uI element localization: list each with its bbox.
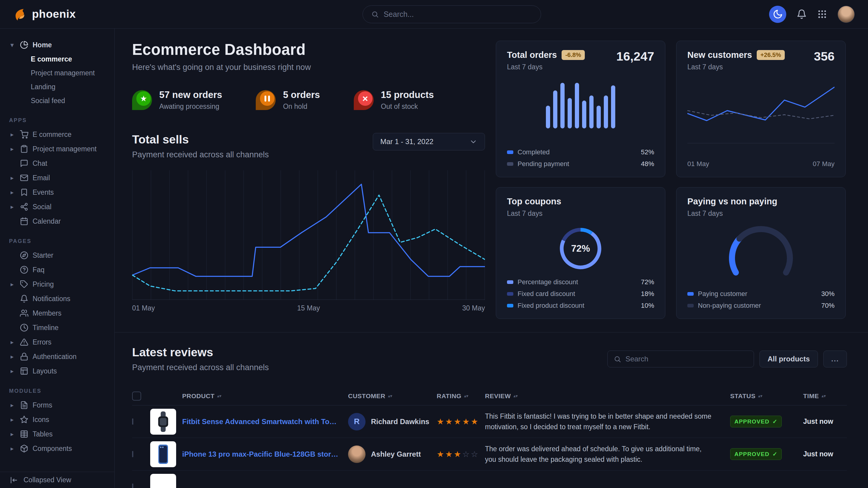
sort-icon: ▴▾	[822, 394, 826, 398]
sidebar-item-social[interactable]: ▸Social	[6, 199, 108, 214]
sidebar-section-label-pages: PAGES	[9, 238, 108, 245]
page-subtitle: Here's what's going on at your business …	[132, 63, 485, 72]
sidebar-item-tables[interactable]: ▸Tables	[6, 427, 108, 441]
column-status[interactable]: STATUS▴▾	[730, 392, 803, 400]
all-products-button[interactable]: All products	[760, 351, 818, 367]
total-orders-value: 16,247	[617, 50, 654, 64]
sidebar-item-project-management[interactable]: Project management	[6, 66, 108, 80]
row-checkbox[interactable]	[132, 418, 133, 425]
chevron-right-icon: ▸	[8, 367, 16, 375]
sidebar-item-e-commerce[interactable]: E commerce	[6, 52, 108, 66]
chevron-right-icon: ▸	[8, 401, 16, 409]
x-label: 15 May	[297, 304, 320, 312]
page-title: Ecommerce Dashboard	[132, 41, 485, 59]
chevron-down-icon	[469, 138, 477, 146]
date-range-select[interactable]: Mar 1 - 31, 2022	[373, 133, 485, 151]
star-filled-icon: ★	[437, 417, 445, 426]
reviews-table-body: Fitbit Sense Advanced Smartwatch with To…	[132, 405, 847, 488]
sidebar-item-starter[interactable]: Starter	[6, 248, 108, 263]
sidebar-section-label-apps: APPS	[9, 117, 108, 124]
stat-value: 15 products	[381, 90, 434, 100]
chevron-right-icon: ▸	[8, 189, 16, 196]
product-link[interactable]: iPhone 13 pro max-Pacific Blue-128GB sto…	[182, 450, 348, 458]
sidebar-item-components[interactable]: ▸Components	[6, 441, 108, 456]
warning-icon	[20, 338, 28, 346]
column-customer[interactable]: CUSTOMER▴▾	[348, 392, 437, 400]
brand[interactable]: phoenix	[13, 7, 76, 21]
clock-icon	[20, 323, 28, 332]
review-time: Just now	[803, 418, 846, 426]
total-orders-legend: Completed 52% Pending payment 48%	[507, 148, 654, 168]
card-period: Last 7 days	[687, 63, 835, 71]
top-navbar: phoenix	[0, 0, 868, 29]
column-review[interactable]: REVIEW▴▾	[485, 392, 730, 400]
legend-value: 72%	[641, 278, 654, 286]
sidebar-item-label: Layouts	[33, 367, 57, 375]
apps-menu-button[interactable]	[817, 9, 827, 19]
row-checkbox[interactable]	[132, 451, 133, 457]
sidebar-item-social-feed[interactable]: Social feed	[6, 94, 108, 108]
column-rating[interactable]: RATING▴▾	[437, 392, 485, 400]
sidebar-item-project-management[interactable]: ▸Project management	[6, 142, 108, 156]
sidebar-item-label: Timeline	[33, 324, 59, 332]
x-label: 30 May	[462, 304, 485, 312]
column-time[interactable]: TIME▴▾	[803, 392, 846, 400]
sidebar: ▾HomeE commerceProject managementLanding…	[0, 29, 115, 488]
sidebar-item-events[interactable]: ▸Events	[6, 185, 108, 199]
sidebar-item-e-commerce[interactable]: ▸E commerce	[6, 127, 108, 142]
card-period: Last 7 days	[687, 209, 835, 218]
reviews-search-input[interactable]	[625, 355, 748, 363]
notifications-button[interactable]	[797, 9, 807, 19]
sidebar-item-notifications[interactable]: Notifications	[6, 291, 108, 306]
legend-item-paying-customer: Paying customer 30%	[687, 290, 835, 298]
legend-label: Fixed product discount	[518, 302, 584, 310]
sidebar-item-calendar[interactable]: Calendar	[6, 214, 108, 228]
legend-swatch	[687, 292, 694, 296]
sidebar-item-home[interactable]: ▾Home	[6, 38, 108, 52]
user-avatar[interactable]	[838, 6, 855, 23]
sidebar-item-authentication[interactable]: ▸Authentication	[6, 349, 108, 364]
sidebar-item-chat[interactable]: Chat	[6, 156, 108, 171]
check-icon: ✓	[772, 451, 777, 458]
sidebar-item-icons[interactable]: ▸Icons	[6, 412, 108, 427]
card-period: Last 7 days	[507, 63, 654, 71]
search-input[interactable]	[384, 10, 532, 19]
legend-label: Completed	[518, 148, 550, 156]
theme-toggle-button[interactable]	[769, 6, 786, 23]
sidebar-item-pricing[interactable]: ▸Pricing	[6, 277, 108, 291]
search-icon	[371, 10, 379, 19]
sidebar-item-timeline[interactable]: Timeline	[6, 320, 108, 335]
sidebar-item-errors[interactable]: ▸Errors	[6, 335, 108, 349]
sidebar-item-label: Icons	[33, 416, 49, 424]
stat-label: Out of stock	[381, 102, 434, 110]
sidebar-item-layouts[interactable]: ▸Layouts	[6, 364, 108, 378]
table-icon	[20, 430, 28, 438]
star-empty-icon: ☆	[471, 450, 479, 459]
x-label: 07 May	[813, 160, 835, 168]
reviews-search[interactable]	[608, 351, 754, 367]
product-link[interactable]: Fitbit Sense Advanced Smartwatch with To…	[182, 418, 348, 426]
sidebar-item-members[interactable]: Members	[6, 306, 108, 320]
sidebar-item-email[interactable]: ▸Email	[6, 171, 108, 185]
phoenix-logo-icon	[13, 7, 27, 21]
sidebar-item-faq[interactable]: Faq	[6, 263, 108, 277]
top-coupons-donut-chart: 72%	[550, 224, 611, 273]
star-outline-icon	[20, 415, 28, 424]
more-options-button[interactable]: ...	[824, 351, 847, 367]
column-product[interactable]: PRODUCT▴▾	[182, 392, 348, 400]
global-search[interactable]	[363, 5, 541, 23]
change-badge: +26.5%	[757, 50, 784, 60]
stat-value: 5 orders	[283, 90, 320, 100]
new-customers-card: New customers +26.5% 356 Last 7 days 01 …	[676, 41, 846, 177]
moon-icon	[773, 9, 783, 19]
row-checkbox[interactable]	[132, 484, 133, 488]
main-content: Ecommerce Dashboard Here's what's going …	[115, 29, 868, 488]
sidebar-item-forms[interactable]: ▸Forms	[6, 398, 108, 412]
latest-reviews-subtitle: Payment received across all channels	[132, 363, 269, 372]
select-all-checkbox[interactable]	[132, 392, 141, 400]
sidebar-item-landing[interactable]: Landing	[6, 80, 108, 94]
bell-icon	[20, 294, 28, 303]
collapsed-view-button[interactable]: Collapsed View	[0, 472, 114, 488]
package-icon	[20, 444, 28, 453]
legend-swatch	[507, 162, 513, 166]
